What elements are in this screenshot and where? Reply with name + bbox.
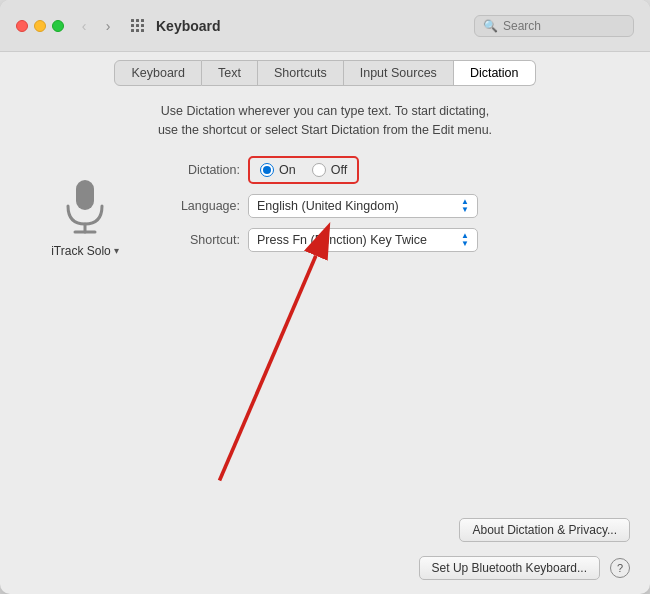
maximize-button[interactable] bbox=[52, 20, 64, 32]
tab-keyboard[interactable]: Keyboard bbox=[114, 60, 202, 86]
back-arrow[interactable]: ‹ bbox=[74, 16, 94, 36]
language-label: Language: bbox=[160, 199, 240, 213]
dictation-off-radio[interactable] bbox=[312, 163, 326, 177]
shortcut-label: Shortcut: bbox=[160, 233, 240, 247]
language-arrows-icon: ▲ ▼ bbox=[461, 198, 469, 214]
language-dropdown[interactable]: English (United Kingdom) ▲ ▼ bbox=[248, 194, 478, 218]
dictation-label: Dictation: bbox=[160, 163, 240, 177]
svg-rect-1 bbox=[136, 19, 139, 22]
nav-arrows: ‹ › bbox=[74, 16, 118, 36]
shortcut-dropdown[interactable]: Press Fn (Function) Key Twice ▲ ▼ bbox=[248, 228, 478, 252]
dictation-on-label: On bbox=[279, 163, 296, 177]
svg-rect-0 bbox=[131, 19, 134, 22]
svg-rect-7 bbox=[136, 29, 139, 32]
language-row: Language: English (United Kingdom) ▲ ▼ bbox=[160, 194, 630, 218]
dictation-toggle-row: Dictation: On Off bbox=[160, 156, 630, 184]
about-dictation-button[interactable]: About Dictation & Privacy... bbox=[459, 518, 630, 542]
tab-input-sources[interactable]: Input Sources bbox=[344, 60, 454, 86]
right-panel: Dictation: On Off Language: bbox=[150, 156, 630, 493]
shortcut-value: Press Fn (Function) Key Twice bbox=[257, 233, 427, 247]
search-input[interactable] bbox=[503, 19, 625, 33]
main-window: ‹ › Keyboard 🔍 Keyboard Text Short bbox=[0, 0, 650, 594]
dictation-onoff-box: On Off bbox=[248, 156, 359, 184]
forward-arrow[interactable]: › bbox=[98, 16, 118, 36]
svg-rect-8 bbox=[141, 29, 144, 32]
dictation-on-radio[interactable] bbox=[260, 163, 274, 177]
left-panel: iTrack Solo ▾ bbox=[20, 156, 150, 493]
tab-text[interactable]: Text bbox=[202, 60, 258, 86]
bottom-right-actions: About Dictation & Privacy... bbox=[459, 518, 630, 542]
tab-shortcuts[interactable]: Shortcuts bbox=[258, 60, 344, 86]
svg-rect-4 bbox=[136, 24, 139, 27]
svg-rect-5 bbox=[141, 24, 144, 27]
close-button[interactable] bbox=[16, 20, 28, 32]
shortcut-arrows-icon: ▲ ▼ bbox=[461, 232, 469, 248]
svg-rect-6 bbox=[131, 29, 134, 32]
grid-icon[interactable] bbox=[128, 16, 148, 36]
search-icon: 🔍 bbox=[483, 19, 498, 33]
titlebar: ‹ › Keyboard 🔍 bbox=[0, 0, 650, 52]
svg-rect-9 bbox=[76, 180, 94, 210]
window-title: Keyboard bbox=[156, 18, 474, 34]
svg-rect-2 bbox=[141, 19, 144, 22]
traffic-lights bbox=[16, 20, 64, 32]
device-name: iTrack Solo bbox=[51, 244, 111, 258]
description-text: Use Dictation wherever you can type text… bbox=[20, 102, 630, 140]
dictation-off-option[interactable]: Off bbox=[312, 163, 347, 177]
main-area: iTrack Solo ▾ Dictation: On bbox=[20, 156, 630, 493]
footer-bar: Set Up Bluetooth Keyboard... ? bbox=[0, 556, 650, 594]
language-value: English (United Kingdom) bbox=[257, 199, 399, 213]
minimize-button[interactable] bbox=[34, 20, 46, 32]
bottom-bar: About Dictation & Privacy... bbox=[0, 508, 650, 556]
tab-dictation[interactable]: Dictation bbox=[454, 60, 536, 86]
setup-bluetooth-button[interactable]: Set Up Bluetooth Keyboard... bbox=[419, 556, 600, 580]
tabs-bar: Keyboard Text Shortcuts Input Sources Di… bbox=[0, 52, 650, 86]
device-chevron-icon: ▾ bbox=[114, 245, 119, 256]
device-selector[interactable]: iTrack Solo ▾ bbox=[51, 244, 119, 258]
dictation-off-label: Off bbox=[331, 163, 347, 177]
search-box[interactable]: 🔍 bbox=[474, 15, 634, 37]
svg-rect-3 bbox=[131, 24, 134, 27]
mic-icon bbox=[55, 176, 115, 236]
dictation-on-option[interactable]: On bbox=[260, 163, 296, 177]
content-area: Use Dictation wherever you can type text… bbox=[0, 86, 650, 508]
help-button[interactable]: ? bbox=[610, 558, 630, 578]
shortcut-row: Shortcut: Press Fn (Function) Key Twice … bbox=[160, 228, 630, 252]
